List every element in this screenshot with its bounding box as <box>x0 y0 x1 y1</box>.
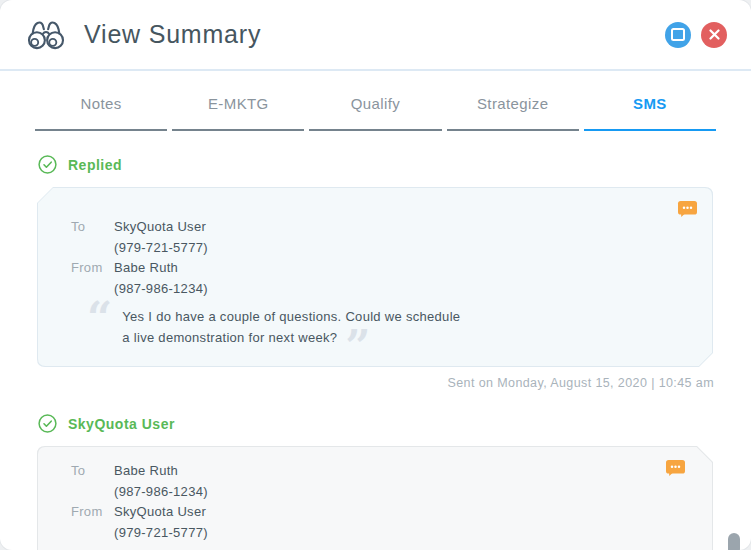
tab-bar: Notes E-MKTG Qualify Strategize SMS <box>35 95 716 131</box>
sms-message-icon <box>665 459 686 481</box>
quote-open-icon <box>87 306 112 348</box>
page-title: View Summary <box>84 20 261 49</box>
to-phone: (979-721-5777) <box>114 238 713 259</box>
from-name: Babe Ruth <box>114 258 713 279</box>
to-name: SkyQuota User <box>114 217 713 238</box>
sent-timestamp: Sent on Monday, August 15, 2020 | 10:45 … <box>0 376 714 390</box>
check-circle-icon <box>38 155 57 174</box>
recipient-details: To SkyQuota User (979-721-5777) From Bab… <box>71 187 713 299</box>
from-label: From <box>71 258 114 279</box>
message-text: Yes I do have a couple of questions. Cou… <box>122 309 460 345</box>
recipient-details: To Babe Ruth (987-986-1234) From SkyQuot… <box>71 446 713 543</box>
to-name: Babe Ruth <box>114 461 713 482</box>
window-controls <box>665 22 727 48</box>
message-quote: Yes I do have a couple of questions. Cou… <box>87 306 713 348</box>
from-phone: (987-986-1234) <box>114 279 713 300</box>
message-card-received: To SkyQuota User (979-721-5777) From Bab… <box>37 187 713 367</box>
to-label: To <box>71 217 114 238</box>
quote-close-icon <box>345 321 371 372</box>
message-card-sent: To Babe Ruth (987-986-1234) From SkyQuot… <box>37 446 713 550</box>
modal-header: View Summary <box>0 0 751 69</box>
close-button[interactable] <box>701 22 727 48</box>
restore-window-button[interactable] <box>665 22 691 48</box>
from-name: SkyQuota User <box>114 502 713 523</box>
close-icon <box>709 29 720 40</box>
tab-sms[interactable]: SMS <box>584 95 716 131</box>
check-circle-icon <box>38 414 57 433</box>
tab-e-mktg[interactable]: E-MKTG <box>172 95 304 131</box>
section-skyquota-user: SkyQuota User <box>38 414 713 433</box>
to-phone: (987-986-1234) <box>114 482 713 503</box>
to-label: To <box>71 461 114 482</box>
binoculars-icon <box>26 17 66 55</box>
status-badge: Replied <box>68 157 122 173</box>
from-phone: (979-721-5777) <box>114 523 713 544</box>
status-badge: SkyQuota User <box>68 416 175 432</box>
tab-qualify[interactable]: Qualify <box>309 95 441 131</box>
tab-notes[interactable]: Notes <box>35 95 167 131</box>
tab-strategize[interactable]: Strategize <box>447 95 579 131</box>
from-label: From <box>71 502 114 523</box>
scrollbar-thumb[interactable] <box>728 533 740 550</box>
view-summary-modal: View Summary Notes E-MKTG Qualify Strate… <box>0 0 751 550</box>
window-restore-icon <box>671 28 685 41</box>
header-divider <box>0 69 751 71</box>
section-replied: Replied <box>38 155 713 174</box>
sms-message-icon <box>677 200 698 222</box>
